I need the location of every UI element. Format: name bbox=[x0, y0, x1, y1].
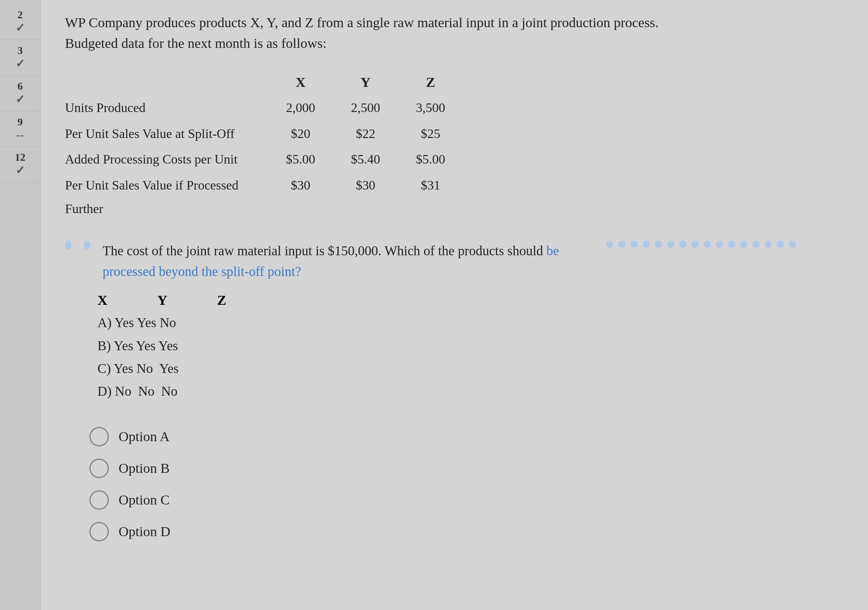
table-row-sales-further: Per Unit Sales Value if Processed Furthe… bbox=[65, 174, 844, 220]
sidebar-check-6: ✓ bbox=[15, 93, 25, 106]
dot-indicator-left-1 bbox=[65, 241, 71, 250]
radio-option-a[interactable]: Option A bbox=[89, 427, 844, 446]
dot-6 bbox=[667, 241, 674, 248]
radio-label-b: Option B bbox=[119, 461, 170, 476]
radio-label-a: Option A bbox=[119, 429, 170, 444]
dot-row-right bbox=[606, 241, 796, 248]
question-body-text: WP Company produces products X, Y, and Z… bbox=[65, 15, 658, 51]
processing-costs-z: $5.00 bbox=[398, 148, 463, 171]
sub-question-text: The cost of the joint raw material input… bbox=[103, 241, 590, 282]
question-body: WP Company produces products X, Y, and Z… bbox=[65, 12, 715, 54]
row-values-sales-splitoff: $20 $22 $25 bbox=[268, 122, 463, 146]
units-y: 2,500 bbox=[333, 96, 398, 120]
col-header-x: X bbox=[268, 70, 333, 95]
sidebar-check-3: ✓ bbox=[15, 57, 25, 70]
sidebar-check-12: ✓ bbox=[15, 164, 25, 177]
sidebar: 2 ✓ 3 ✓ 6 ✓ 9 -- 12 ✓ bbox=[0, 0, 41, 610]
col-header-z: Z bbox=[398, 70, 463, 95]
dot-indicator-left-2 bbox=[84, 241, 90, 250]
sales-splitoff-x: $20 bbox=[268, 122, 333, 146]
answer-option-d: D) No No No bbox=[97, 380, 844, 403]
radio-options-group: Option A Option B Option C Option D bbox=[89, 427, 844, 541]
col-header-y: Y bbox=[333, 70, 398, 95]
sidebar-check-9: -- bbox=[16, 128, 24, 141]
answer-option-c: C) Yes No Yes bbox=[97, 357, 844, 380]
sidebar-item-12[interactable]: 12 ✓ bbox=[0, 147, 40, 182]
sidebar-number-6: 6 bbox=[17, 80, 23, 93]
row-values-sales-further: $30 $30 $31 bbox=[268, 174, 463, 197]
radio-circle-d[interactable] bbox=[89, 522, 109, 541]
answer-options-list: A) Yes Yes No B) Yes Yes Yes C) Yes No Y… bbox=[97, 311, 844, 402]
sidebar-check-2: ✓ bbox=[15, 21, 25, 34]
dot-4 bbox=[643, 241, 650, 248]
highlighted-sub-text: be processed beyond the split-off point? bbox=[103, 244, 559, 279]
table-header-row: X Y Z bbox=[268, 70, 844, 95]
sidebar-item-6[interactable]: 6 ✓ bbox=[0, 75, 40, 111]
sidebar-item-9[interactable]: 9 -- bbox=[0, 111, 40, 147]
sales-further-z: $31 bbox=[398, 174, 463, 197]
table-row-processing-costs: Added Processing Costs per Unit $5.00 $5… bbox=[65, 148, 844, 171]
dot-5 bbox=[655, 241, 662, 248]
sidebar-item-2[interactable]: 2 ✓ bbox=[0, 4, 40, 40]
dot-8 bbox=[691, 241, 699, 248]
sidebar-item-3[interactable]: 3 ✓ bbox=[0, 40, 40, 75]
sales-splitoff-y: $22 bbox=[333, 122, 398, 146]
processing-costs-x: $5.00 bbox=[268, 148, 333, 171]
dot-10 bbox=[716, 241, 723, 248]
sidebar-number-9: 9 bbox=[17, 116, 23, 128]
xyz-header: X Y Z bbox=[97, 293, 844, 308]
dot-1 bbox=[606, 241, 613, 248]
dot-15 bbox=[777, 241, 784, 248]
dot-3 bbox=[630, 241, 638, 248]
data-table: X Y Z Units Produced 2,000 2,500 3,500 P… bbox=[65, 70, 844, 220]
radio-option-b[interactable]: Option B bbox=[89, 459, 844, 478]
sales-further-x: $30 bbox=[268, 174, 333, 197]
radio-option-d[interactable]: Option D bbox=[89, 522, 844, 541]
row-label-sales-splitoff: Per Unit Sales Value at Split-Off bbox=[65, 122, 268, 146]
sidebar-number-2: 2 bbox=[17, 9, 23, 21]
dot-11 bbox=[728, 241, 735, 248]
radio-circle-a[interactable] bbox=[89, 427, 109, 446]
table-row-units: Units Produced 2,000 2,500 3,500 bbox=[65, 96, 844, 120]
dot-2 bbox=[618, 241, 626, 248]
radio-option-c[interactable]: Option C bbox=[89, 490, 844, 510]
units-x: 2,000 bbox=[268, 96, 333, 120]
processing-costs-y: $5.40 bbox=[333, 148, 398, 171]
sidebar-number-3: 3 bbox=[17, 45, 23, 57]
radio-label-c: Option C bbox=[119, 492, 170, 508]
row-label-processing-costs: Added Processing Costs per Unit bbox=[65, 148, 268, 171]
row-label-sales-further: Per Unit Sales Value if Processed Furthe… bbox=[65, 174, 268, 220]
sales-further-y: $30 bbox=[333, 174, 398, 197]
answer-option-b: B) Yes Yes Yes bbox=[97, 334, 844, 357]
row-label-units: Units Produced bbox=[65, 96, 268, 120]
dot-7 bbox=[679, 241, 686, 248]
dot-13 bbox=[752, 241, 760, 248]
radio-circle-b[interactable] bbox=[89, 459, 109, 478]
answer-option-a: A) Yes Yes No bbox=[97, 311, 844, 334]
units-z: 3,500 bbox=[398, 96, 463, 120]
table-row-sales-splitoff: Per Unit Sales Value at Split-Off $20 $2… bbox=[65, 122, 844, 146]
dot-14 bbox=[764, 241, 772, 248]
main-content: WP Company produces products X, Y, and Z… bbox=[41, 0, 868, 610]
dot-9 bbox=[703, 241, 711, 248]
radio-circle-c[interactable] bbox=[89, 490, 109, 510]
row-values-units: 2,000 2,500 3,500 bbox=[268, 96, 463, 120]
sidebar-number-12: 12 bbox=[15, 151, 26, 164]
row-values-processing-costs: $5.00 $5.40 $5.00 bbox=[268, 148, 463, 171]
dot-16 bbox=[789, 241, 796, 248]
sales-splitoff-z: $25 bbox=[398, 122, 463, 146]
dot-12 bbox=[740, 241, 747, 248]
radio-label-d: Option D bbox=[119, 524, 171, 539]
